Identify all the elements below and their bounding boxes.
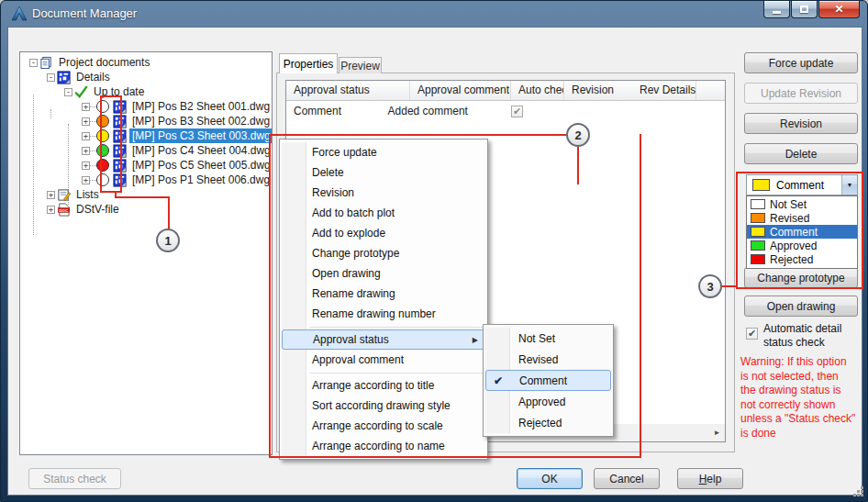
dropdown-option[interactable]: Comment xyxy=(747,225,857,239)
auto-check-checkbox[interactable]: ✔ xyxy=(511,106,523,117)
tree-item-label: [MP] Pos C5 Sheet 005.dwg xyxy=(129,158,273,173)
tree-row[interactable]: + [MP] Pos C4 Sheet 004.dwg xyxy=(20,143,272,158)
tree-row[interactable]: - Details xyxy=(20,70,272,84)
tree-expand-toggle[interactable]: + xyxy=(82,132,90,140)
tree-expand-toggle[interactable]: + xyxy=(82,103,90,111)
status-circle xyxy=(96,173,109,186)
context-menu-item[interactable]: Add to batch plot ▶ xyxy=(282,203,485,223)
grid-header-row: Approval statusApproval commentAuto chec… xyxy=(286,81,725,101)
dropdown-option-label: Rejected xyxy=(770,253,813,266)
tree-expand-toggle[interactable]: + xyxy=(82,162,90,170)
context-menu-item[interactable]: Open drawing ▶ xyxy=(282,263,485,284)
lists-icon xyxy=(57,188,71,202)
tree-row[interactable]: + Lists xyxy=(20,187,272,202)
tree-expand-toggle[interactable]: + xyxy=(82,147,90,155)
update-revision-button: Update Revision xyxy=(744,83,858,104)
callout-circle-3: 3 xyxy=(698,274,722,298)
cell-rev-details[interactable] xyxy=(657,101,725,121)
tree-connector xyxy=(90,180,96,181)
context-menu-item[interactable]: Change prototype ▶ xyxy=(282,243,485,263)
grid-column-header[interactable]: Approval comment xyxy=(410,81,511,100)
tree-row[interactable]: + [MP] Pos C3 Sheet 003.dwg xyxy=(20,128,272,143)
change-prototype-button[interactable]: Change prototype xyxy=(744,267,858,288)
dropdown-option[interactable]: Not Set xyxy=(747,197,857,211)
tree-row[interactable]: - Up to date xyxy=(20,84,272,99)
dropdown-option-label: Comment xyxy=(770,226,818,239)
submenu-item[interactable]: ✔ Revised xyxy=(485,349,611,370)
dropdown-option-label: Approved xyxy=(770,240,817,252)
tree-expand-toggle[interactable]: - xyxy=(47,73,55,82)
revision-button[interactable]: Revision xyxy=(744,113,858,134)
help-button[interactable]: Help xyxy=(677,468,743,489)
status-check-button: Status check xyxy=(28,468,121,489)
status-color-swatch xyxy=(751,213,765,223)
tree-row[interactable]: + [MP] Pos C5 Sheet 005.dwg xyxy=(20,158,272,173)
tree-connector xyxy=(90,106,96,107)
tree-expand-toggle[interactable]: + xyxy=(82,176,90,184)
tree-expand-toggle[interactable]: + xyxy=(82,117,90,126)
dropdown-option[interactable]: Revised xyxy=(747,211,857,225)
cancel-button[interactable]: Cancel xyxy=(594,468,660,489)
context-menu-item[interactable]: Arrange according to title ▶ xyxy=(282,375,485,396)
tree-item-label: Details xyxy=(73,70,113,84)
context-menu-item[interactable]: Rename drawing number ▶ xyxy=(282,304,485,324)
dropdown-option[interactable]: Rejected xyxy=(747,252,857,266)
tree-item-label: DStV-file xyxy=(73,202,122,217)
context-menu-item[interactable]: Sort according drawing style ▶ xyxy=(282,396,485,416)
context-menu-item[interactable]: Approval comment ▶ xyxy=(282,350,485,370)
tree-row[interactable]: + DStV-file xyxy=(20,202,272,217)
submenu-item[interactable]: ✔ Not Set xyxy=(485,328,611,349)
tree-row[interactable]: + [MP] Pos B3 Sheet 002.dwg xyxy=(20,114,272,128)
submenu-item[interactable]: ✔ Approved xyxy=(485,391,611,412)
approval-status-combobox[interactable]: Comment ▼ xyxy=(746,174,858,195)
tab-preview[interactable]: Preview xyxy=(339,57,382,73)
tree-expand-toggle[interactable]: + xyxy=(47,191,55,199)
tree-item-label: [MP] Pos B2 Sheet 001.dwg xyxy=(129,99,273,114)
document-manager-window: Document Manager ✕ xyxy=(0,0,868,502)
menu-item-label: Force update xyxy=(312,146,377,159)
tree-row[interactable]: - Project documents xyxy=(20,55,272,70)
context-menu-item[interactable]: Force update ▶ xyxy=(282,142,485,162)
ok-button[interactable]: OK xyxy=(517,468,583,489)
menu-item-label: Arrange according to title xyxy=(312,379,434,392)
context-menu-item[interactable]: Approval status ▶ xyxy=(282,329,485,350)
automatic-detail-status-label: Automatic detail status check xyxy=(763,322,841,350)
cell-revision[interactable] xyxy=(605,101,658,121)
resize-grip[interactable] xyxy=(857,490,860,493)
grid-column-header[interactable]: Auto check status xyxy=(511,81,564,100)
context-menu-item[interactable]: Revision ▶ xyxy=(282,183,485,203)
status-circle xyxy=(96,159,109,172)
cell-approval-comment[interactable]: Added comment xyxy=(381,101,504,121)
automatic-detail-status-checkbox[interactable]: ✔ xyxy=(746,328,758,340)
menu-item-label: Delete xyxy=(312,166,344,179)
grid-column-header[interactable]: Rev Details xyxy=(632,81,696,100)
submenu-item[interactable]: ✔ Rejected xyxy=(485,412,611,433)
grid-column-header[interactable]: Revision xyxy=(564,81,632,100)
approval-status-dropdown-list: Not Set Revised Comment Approved Rejecte… xyxy=(746,195,858,269)
submenu-item-label: Revised xyxy=(518,353,558,366)
delete-button[interactable]: Delete xyxy=(744,143,858,164)
force-update-button[interactable]: Force update xyxy=(744,52,858,73)
combobox-dropdown-icon[interactable]: ▼ xyxy=(841,175,857,195)
scroll-right-icon[interactable]: ► xyxy=(709,424,725,441)
context-menu-item[interactable]: Delete ▶ xyxy=(282,162,485,183)
context-menu: Force update ▶ Delete ▶ Revision ▶ Add t… xyxy=(279,139,488,460)
context-menu-item[interactable]: Add to explode ▶ xyxy=(282,223,485,243)
tree-expand-toggle[interactable]: + xyxy=(47,206,55,214)
tree-item-label: Lists xyxy=(73,187,102,202)
tab-properties[interactable]: Properties xyxy=(279,53,338,73)
dropdown-option[interactable]: Approved xyxy=(747,239,857,252)
tree-expand-toggle[interactable]: - xyxy=(29,59,38,67)
callout-circle-1: 1 xyxy=(156,229,180,252)
context-menu-item[interactable]: Arrange according to name ▶ xyxy=(282,436,485,456)
status-color-swatch xyxy=(752,179,770,191)
grid-column-header[interactable]: Approval status xyxy=(286,81,410,100)
tree-expand-toggle[interactable]: - xyxy=(64,88,72,96)
open-drawing-button[interactable]: Open drawing xyxy=(744,296,858,317)
context-menu-item[interactable]: Rename drawing ▶ xyxy=(282,284,485,304)
submenu-item[interactable]: ✔ Comment xyxy=(485,370,611,391)
tree-row[interactable]: + [MP] Pos P1 Sheet 006.dwg xyxy=(20,173,272,187)
tree-row[interactable]: + [MP] Pos B2 Sheet 001.dwg xyxy=(20,99,272,114)
cell-approval-status[interactable]: Comment xyxy=(286,101,381,121)
context-menu-item[interactable]: Arrange according to scale ▶ xyxy=(282,416,485,436)
